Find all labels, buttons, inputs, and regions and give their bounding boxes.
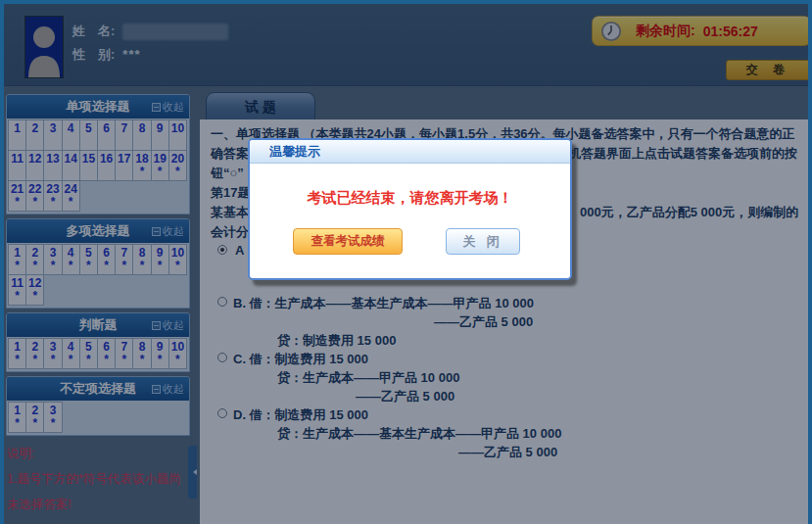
view-exam-score-button[interactable]: 查看考试成绩	[293, 228, 403, 255]
exam-window: 姓 名: 性 别: *** 剩余时间: 01:56:27 交 卷 单项选择题收起…	[0, 0, 812, 524]
dialog-title: 温馨提示	[250, 140, 570, 164]
dialog-message: 考试已经结束，请您离开考场！	[250, 189, 570, 208]
close-dialog-button[interactable]: 关 闭	[446, 228, 520, 255]
notice-dialog: 温馨提示 考试已经结束，请您离开考场！ 查看考试成绩 关 闭	[248, 138, 572, 280]
